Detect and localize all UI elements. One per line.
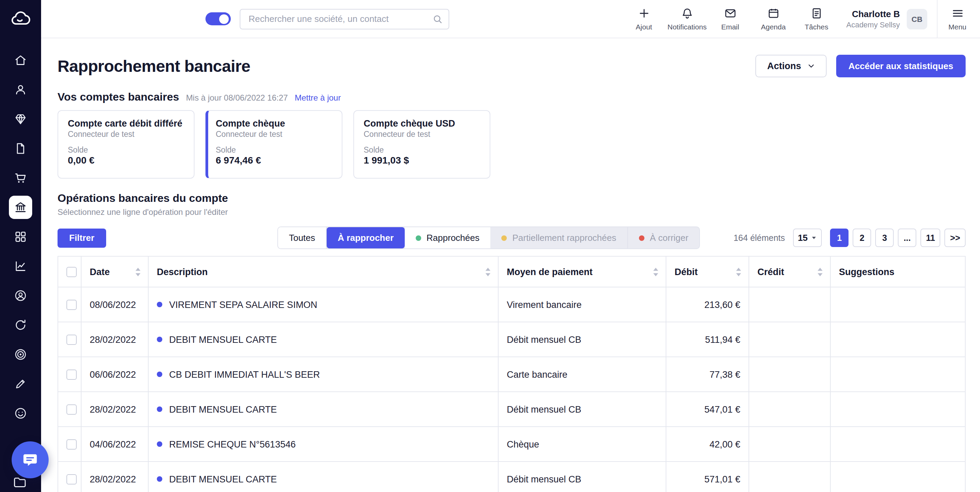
table-row[interactable]: 08/06/2022 VIREMENT SEPA SALAIRE SIMON V… bbox=[58, 287, 965, 322]
sort-icon[interactable] bbox=[135, 267, 141, 276]
select-all-checkbox[interactable] bbox=[67, 267, 77, 277]
table-header-row: Date Description Moyen de paiement Débit… bbox=[58, 256, 965, 287]
account-name: Compte carte débit différé bbox=[68, 118, 184, 129]
update-link[interactable]: Mettre à jour bbox=[295, 93, 341, 103]
table-row[interactable]: 28/02/2022 DEBIT MENSUEL CARTE Débit men… bbox=[58, 462, 965, 492]
table-row[interactable]: 28/02/2022 DEBIT MENSUEL CARTE Débit men… bbox=[58, 392, 965, 427]
column-header-moyen[interactable]: Moyen de paiement bbox=[498, 256, 666, 287]
row-checkbox[interactable] bbox=[67, 299, 77, 309]
tab-a-corriger[interactable]: À corriger bbox=[627, 227, 700, 248]
sidebar-item-stats[interactable] bbox=[11, 257, 30, 276]
column-label: Description bbox=[157, 267, 208, 277]
operations-title: Opérations bancaires du compte bbox=[57, 192, 966, 205]
page-button-1[interactable]: 1 bbox=[830, 229, 848, 247]
accounts-title: Vos comptes bancaires bbox=[57, 91, 179, 103]
page-size-select[interactable]: 15 bbox=[793, 229, 822, 247]
column-header-credit[interactable]: Crédit bbox=[749, 256, 830, 287]
payment-cell: Chèque bbox=[498, 427, 666, 462]
date-cell: 06/06/2022 bbox=[81, 357, 148, 392]
column-header-debit[interactable]: Débit bbox=[666, 256, 749, 287]
sidebar-item-assistance[interactable] bbox=[11, 286, 30, 305]
row-checkbox[interactable] bbox=[67, 439, 77, 449]
topbar-notifications-button[interactable]: Notifications bbox=[665, 0, 708, 38]
account-card[interactable]: Compte chèque USD Connecteur de test Sol… bbox=[353, 110, 490, 179]
operations-header: Opérations bancaires du compte Sélection… bbox=[57, 192, 966, 217]
topbar-taches-button[interactable]: Tâches bbox=[795, 0, 838, 38]
payment-cell: Virement bancaire bbox=[498, 287, 666, 322]
sidebar-item-purchases[interactable] bbox=[11, 168, 30, 187]
account-card[interactable]: Compte carte débit différé Connecteur de… bbox=[57, 110, 194, 179]
search-scope-toggle[interactable] bbox=[205, 12, 231, 25]
row-checkbox[interactable] bbox=[67, 404, 77, 414]
sidebar-item-satisfaction[interactable] bbox=[11, 404, 30, 423]
page-button-3[interactable]: 3 bbox=[875, 229, 894, 247]
user-name: Charlotte B bbox=[846, 9, 900, 19]
pagination: 1 2 3 ... 11 >> bbox=[830, 229, 966, 247]
sort-icon[interactable] bbox=[817, 267, 823, 276]
sidebar-item-marketing[interactable] bbox=[11, 345, 30, 364]
column-header-description[interactable]: Description bbox=[148, 256, 498, 287]
user-menu[interactable]: Charlotte B Academy Sellsy CB bbox=[846, 8, 927, 29]
table-row[interactable]: 28/02/2022 DEBIT MENSUEL CARTE Débit men… bbox=[58, 322, 965, 357]
column-header-suggestions: Suggestions bbox=[830, 256, 965, 287]
sidebar-item-contacts[interactable] bbox=[11, 80, 30, 99]
sidebar-item-home[interactable] bbox=[11, 51, 30, 70]
sidebar-item-apps[interactable] bbox=[11, 227, 30, 246]
suggestions-cell bbox=[830, 287, 965, 322]
page-size-value: 15 bbox=[798, 233, 808, 243]
stats-button[interactable]: Accéder aux statistiques bbox=[836, 55, 966, 77]
row-checkbox[interactable] bbox=[67, 474, 77, 484]
debit-cell: 511,94 € bbox=[666, 322, 749, 357]
sidebar-item-sync[interactable] bbox=[11, 316, 30, 335]
suggestions-cell bbox=[830, 357, 965, 392]
topbar-ajout-button[interactable]: Ajout bbox=[622, 0, 665, 38]
sidebar-item-opportunities[interactable] bbox=[11, 110, 30, 129]
description-text: DEBIT MENSUEL CARTE bbox=[169, 474, 277, 484]
sort-icon[interactable] bbox=[653, 267, 659, 276]
column-header-date[interactable]: Date bbox=[81, 256, 148, 287]
account-amount: 6 974,46 € bbox=[216, 155, 332, 166]
red-dot-icon bbox=[639, 235, 644, 241]
avatar[interactable]: CB bbox=[907, 8, 927, 29]
tab-rapprochees[interactable]: Rapprochées bbox=[405, 227, 491, 248]
chat-launcher-button[interactable] bbox=[12, 441, 49, 478]
home-icon bbox=[14, 53, 27, 67]
table-row[interactable]: 04/06/2022 REMISE CHEQUE N°5613546 Chèqu… bbox=[58, 427, 965, 462]
page-button-next[interactable]: >> bbox=[945, 229, 966, 247]
suggestions-cell bbox=[830, 322, 965, 357]
row-checkbox[interactable] bbox=[67, 369, 77, 379]
debit-cell: 42,00 € bbox=[666, 427, 749, 462]
tab-partiellement-rapprochees[interactable]: Partiellement rapprochées bbox=[490, 227, 627, 248]
sort-icon[interactable] bbox=[485, 267, 491, 276]
cart-icon bbox=[14, 171, 27, 185]
page-button-11[interactable]: 11 bbox=[920, 229, 940, 247]
account-card-selected[interactable]: Compte chèque Connecteur de test Solde 6… bbox=[205, 110, 342, 179]
status-dot-icon bbox=[157, 441, 162, 447]
chevron-down-icon bbox=[807, 62, 815, 70]
tasks-icon bbox=[810, 7, 823, 20]
chart-icon bbox=[14, 259, 27, 273]
document-icon bbox=[14, 142, 27, 156]
suggestions-cell bbox=[830, 462, 965, 492]
sort-icon[interactable] bbox=[735, 267, 742, 276]
sidebar-item-edit[interactable] bbox=[11, 374, 30, 394]
select-all-header[interactable] bbox=[58, 256, 81, 287]
sidebar-item-documents[interactable] bbox=[11, 139, 30, 158]
page-button-2[interactable]: 2 bbox=[853, 229, 871, 247]
table-row[interactable]: 06/06/2022 CB DEBIT IMMEDIAT HALL'S BEER… bbox=[58, 357, 965, 392]
row-checkbox[interactable] bbox=[67, 334, 77, 344]
hamburger-icon bbox=[951, 7, 964, 20]
search-input[interactable] bbox=[240, 8, 449, 29]
topbar-menu-button[interactable]: Menu bbox=[937, 0, 977, 38]
payment-cell: Débit mensuel CB bbox=[498, 322, 666, 357]
tab-a-rapprocher[interactable]: À rapprocher bbox=[327, 227, 404, 248]
actions-dropdown-button[interactable]: Actions bbox=[756, 55, 827, 77]
tab-toutes[interactable]: Toutes bbox=[278, 227, 327, 248]
page-button-ellipsis[interactable]: ... bbox=[898, 229, 916, 247]
sellsy-logo-icon[interactable] bbox=[9, 8, 32, 31]
topbar-agenda-button[interactable]: Agenda bbox=[752, 0, 795, 38]
sidebar-item-bank[interactable] bbox=[9, 196, 32, 219]
items-count: 164 éléments bbox=[733, 233, 785, 243]
topbar-email-button[interactable]: Email bbox=[708, 0, 752, 38]
filter-button[interactable]: Filtrer bbox=[57, 228, 106, 248]
